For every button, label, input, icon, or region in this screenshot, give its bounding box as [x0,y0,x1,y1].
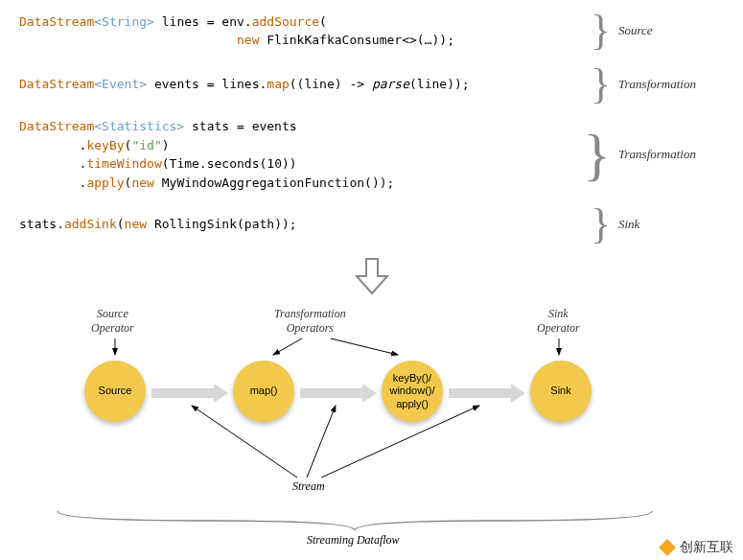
svg-line-2 [331,338,398,355]
flow-arrow-icon [449,384,525,401]
dataflow-diagram: Source Operator Transformation Operators… [19,305,724,554]
flow-arrow-icon [151,384,228,401]
watermark-text: 创新互联 [680,539,733,556]
code-block-transformation-2: DataStream<Statistics> stats = events .k… [19,117,724,192]
brace-icon: } [591,63,611,105]
map-node: map() [233,361,294,422]
code-block-transformation-1: DataStream<Event> events = lines.map((li… [19,63,724,105]
code-lines: DataStream<Statistics> stats = events .k… [19,117,575,192]
svg-line-5 [307,406,336,478]
brace-icon: } [591,203,611,245]
block-label: Source [618,23,724,38]
brace-icon: } [591,10,611,52]
transformation-operators-label: Transformation Operators [274,307,346,336]
block-label: Transformation [618,147,724,162]
code-lines: DataStream<String> lines = env.addSource… [19,12,583,50]
sink-node: Sink [530,361,592,422]
code-block-sink: stats.addSink(new RollingSink(path)); } … [19,203,724,245]
block-label: Sink [618,217,724,232]
dataflow-label: Streaming Dataflow [307,533,400,548]
stream-label: Stream [292,479,325,494]
sink-operator-label: Sink Operator [537,307,580,336]
source-operator-label: Source Operator [91,307,134,336]
brace-icon: } [583,126,611,183]
block-label: Transformation [618,77,724,92]
source-node: Source [84,361,146,422]
watermark-logo-icon [659,539,676,556]
arrow-down-icon [353,257,391,295]
svg-line-1 [273,338,302,355]
keyby-node: keyBy()/ window()/ apply() [382,361,443,422]
watermark: 创新互联 [659,539,733,556]
svg-line-4 [192,406,297,478]
code-block-source: DataStream<String> lines = env.addSource… [19,10,724,52]
flow-arrow-icon [300,384,377,401]
code-lines: DataStream<Event> events = lines.map((li… [19,75,583,94]
code-lines: stats.addSink(new RollingSink(path)); [19,215,583,234]
